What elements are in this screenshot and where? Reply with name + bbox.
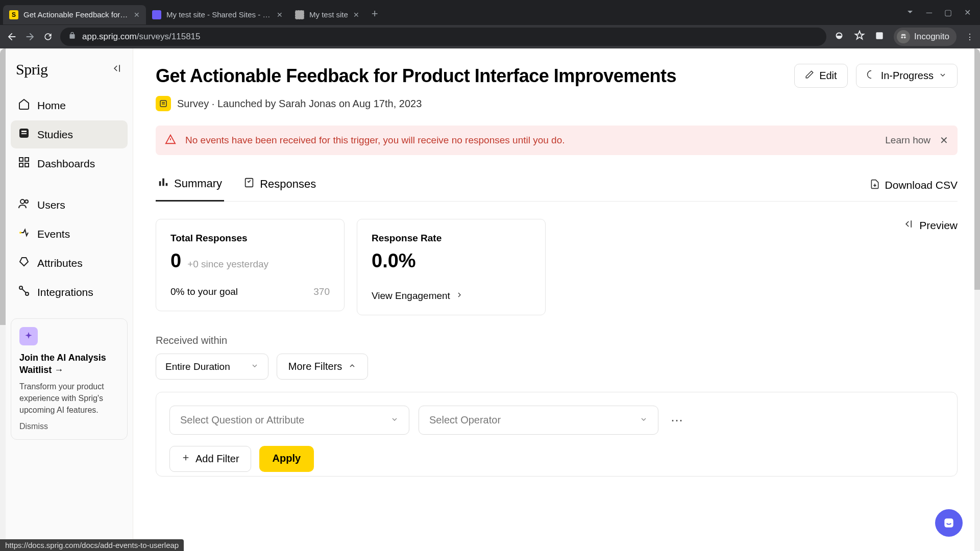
tab-summary[interactable]: Summary bbox=[156, 169, 224, 202]
sidebar: Sprig Home Studies Dashboards Users bbox=[6, 48, 133, 551]
back-button[interactable] bbox=[6, 31, 17, 42]
since-yesterday: +0 since yesterday bbox=[187, 259, 268, 270]
tab-responses[interactable]: Responses bbox=[241, 170, 318, 201]
svg-rect-22 bbox=[944, 518, 953, 527]
apply-button[interactable]: Apply bbox=[259, 446, 314, 472]
svg-point-2 bbox=[904, 36, 906, 38]
sidebar-item-dashboards[interactable]: Dashboards bbox=[11, 149, 128, 178]
svg-rect-6 bbox=[19, 158, 23, 161]
window-close-icon[interactable]: ✕ bbox=[964, 8, 971, 17]
sidebar-item-label: Home bbox=[37, 99, 66, 112]
new-tab-button[interactable]: + bbox=[365, 7, 384, 20]
status-dropdown[interactable]: In-Progress bbox=[856, 64, 958, 88]
add-filter-button[interactable]: Add Filter bbox=[169, 446, 251, 472]
incognito-profile[interactable]: Incognito bbox=[894, 28, 957, 46]
survey-type-icon bbox=[156, 96, 171, 111]
goal-pct: 0% to your goal bbox=[170, 286, 238, 297]
view-engagement-link[interactable]: View Engagement bbox=[372, 290, 531, 302]
close-icon[interactable]: ✕ bbox=[353, 11, 359, 19]
preview-button[interactable]: Preview bbox=[904, 219, 958, 232]
promo-dismiss-link[interactable]: Dismiss bbox=[19, 422, 119, 431]
sidebar-item-users[interactable]: Users bbox=[11, 191, 128, 219]
forward-button[interactable] bbox=[24, 31, 36, 42]
close-icon[interactable]: ✕ bbox=[134, 11, 140, 19]
download-label: Download CSV bbox=[885, 179, 958, 191]
bookmark-icon[interactable] bbox=[854, 30, 865, 43]
card-label: Response Rate bbox=[372, 233, 531, 244]
reload-button[interactable] bbox=[43, 32, 53, 42]
promo-title[interactable]: Join the AI Analysis Waitlist → bbox=[19, 352, 119, 377]
duration-select[interactable]: Entire Duration bbox=[156, 354, 268, 380]
home-icon bbox=[18, 98, 30, 113]
warning-text: No events have been received for this tr… bbox=[185, 135, 876, 146]
learn-how-link[interactable]: Learn how bbox=[885, 135, 930, 146]
sidebar-item-events[interactable]: Events bbox=[11, 220, 128, 248]
maximize-icon[interactable]: ▢ bbox=[944, 8, 952, 17]
svg-rect-8 bbox=[19, 163, 23, 167]
incognito-label: Incognito bbox=[914, 32, 949, 42]
close-icon[interactable]: ✕ bbox=[277, 11, 283, 19]
browser-tab-1[interactable]: S Get Actionable Feedback for Pro ✕ bbox=[3, 5, 146, 24]
tab-label: Responses bbox=[260, 178, 316, 191]
spinner-icon bbox=[867, 70, 876, 82]
chevron-down-icon bbox=[390, 414, 399, 426]
sidebar-item-home[interactable]: Home bbox=[11, 91, 128, 119]
svg-rect-18 bbox=[159, 181, 161, 186]
lock-icon bbox=[68, 32, 76, 42]
sidebar-item-label: Studies bbox=[37, 129, 73, 141]
minimize-icon[interactable]: ─ bbox=[926, 8, 932, 17]
svg-point-10 bbox=[20, 199, 24, 204]
summary-icon bbox=[158, 177, 169, 191]
tab-title: My test site bbox=[309, 10, 348, 19]
sidebar-item-studies[interactable]: Studies bbox=[11, 120, 128, 148]
warning-icon bbox=[165, 134, 176, 147]
sparkle-icon bbox=[19, 327, 38, 345]
close-icon[interactable]: ✕ bbox=[940, 134, 948, 146]
sidebar-item-integrations[interactable]: Integrations bbox=[11, 278, 128, 306]
tab-search-icon[interactable] bbox=[906, 8, 914, 18]
received-within-label: Received within bbox=[156, 335, 958, 346]
main-scrollbar[interactable] bbox=[974, 48, 980, 551]
question-attribute-select[interactable]: Select Question or Attribute bbox=[169, 406, 409, 435]
sidebar-scrollbar[interactable] bbox=[0, 48, 6, 551]
logo: Sprig bbox=[16, 61, 48, 78]
svg-point-12 bbox=[19, 232, 21, 234]
filter-more-menu[interactable]: ⋯ bbox=[668, 413, 686, 428]
dashboards-icon bbox=[18, 156, 30, 171]
tab-label: Summary bbox=[174, 177, 222, 190]
incognito-indicator-icon[interactable] bbox=[834, 30, 845, 43]
attributes-icon bbox=[18, 256, 30, 270]
browser-tab-2[interactable]: My test site - Shared Sites - Dash ✕ bbox=[146, 5, 289, 24]
integrations-icon bbox=[18, 285, 30, 299]
edit-button[interactable]: Edit bbox=[794, 64, 847, 88]
tab-title: Get Actionable Feedback for Pro bbox=[23, 10, 129, 19]
sidebar-item-attributes[interactable]: Attributes bbox=[11, 249, 128, 277]
chevron-down-icon bbox=[251, 361, 259, 372]
download-icon bbox=[870, 179, 880, 192]
collapse-sidebar-icon[interactable] bbox=[112, 63, 122, 76]
goal-value: 370 bbox=[313, 286, 330, 297]
plus-icon bbox=[181, 453, 190, 465]
incognito-avatar-icon bbox=[897, 30, 910, 43]
operator-select[interactable]: Select Operator bbox=[419, 406, 658, 435]
chevron-right-icon bbox=[455, 290, 463, 302]
intercom-chat-button[interactable] bbox=[935, 509, 963, 537]
select-placeholder: Select Operator bbox=[429, 414, 501, 426]
menu-icon[interactable]: ⋮ bbox=[966, 32, 974, 42]
favicon bbox=[295, 10, 304, 19]
more-filters-toggle[interactable]: More Filters bbox=[277, 354, 369, 380]
response-rate-value: 0.0% bbox=[372, 250, 416, 272]
users-icon bbox=[18, 197, 30, 212]
warning-banner: No events have been received for this tr… bbox=[156, 126, 958, 155]
tab-title: My test site - Shared Sites - Dash bbox=[166, 10, 272, 19]
chevron-down-icon bbox=[640, 414, 648, 426]
status-label: In-Progress bbox=[881, 70, 934, 82]
download-csv-button[interactable]: Download CSV bbox=[870, 179, 958, 192]
extensions-icon[interactable] bbox=[874, 31, 885, 43]
browser-tab-3[interactable]: My test site ✕ bbox=[289, 5, 365, 24]
address-bar[interactable]: app.sprig.com/surveys/115815 bbox=[60, 28, 826, 46]
total-responses-value: 0 bbox=[170, 250, 181, 272]
svg-point-1 bbox=[901, 36, 903, 38]
filter-builder: Select Question or Attribute Select Oper… bbox=[156, 392, 958, 477]
browser-tab-strip: S Get Actionable Feedback for Pro ✕ My t… bbox=[0, 0, 980, 25]
